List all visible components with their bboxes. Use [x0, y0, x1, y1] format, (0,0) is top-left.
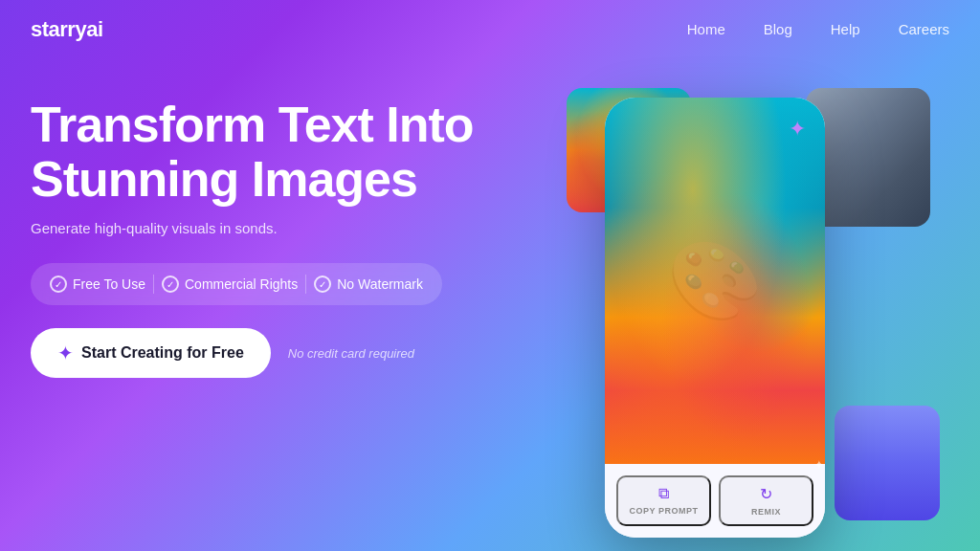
- copy-prompt-button[interactable]: ⧉ COPY PROMPT: [616, 475, 711, 526]
- cta-button-label: Start Creating for Free: [81, 344, 244, 362]
- hero-title-line1: Transform Text Into: [31, 97, 474, 152]
- check-icon-commercial: ✓: [162, 276, 179, 293]
- feature-divider-1: [153, 275, 154, 294]
- logo-text: starryai: [31, 17, 103, 41]
- check-icon-watermark: ✓: [314, 276, 331, 293]
- navbar: starryai Home Blog Help Careers: [0, 0, 980, 59]
- check-icon-free: ✓: [50, 276, 67, 293]
- nav-links: Home Blog Help Careers: [687, 21, 949, 38]
- feature-divider-2: [305, 275, 306, 294]
- plus-icon: ✦: [57, 342, 74, 364]
- phone-ai-image: [605, 98, 825, 464]
- nav-help[interactable]: Help: [831, 21, 860, 37]
- phone-action-bar: ⧉ COPY PROMPT ↻ REMIX: [605, 464, 825, 538]
- hero-right: ✦ ✦ ⧉ COPY PROMPT ↻ REMIX: [528, 78, 949, 549]
- nav-home[interactable]: Home: [687, 21, 725, 37]
- logo: starryai: [31, 17, 103, 42]
- nav-blog[interactable]: Blog: [764, 21, 792, 37]
- remix-icon: ↻: [760, 485, 772, 503]
- hero-title-line2: Stunning Images: [31, 151, 417, 207]
- nav-careers[interactable]: Careers: [899, 21, 949, 37]
- remix-button[interactable]: ↻ REMIX: [719, 475, 813, 526]
- feature-free-label: Free To Use: [73, 276, 145, 292]
- hero-section: Transform Text Into Stunning Images Gene…: [0, 59, 980, 549]
- hero-left: Transform Text Into Stunning Images Gene…: [31, 78, 528, 378]
- copy-prompt-label: COPY PROMPT: [630, 506, 699, 516]
- feature-commercial: ✓ Commercial Rights: [162, 276, 298, 293]
- start-creating-button[interactable]: ✦ Start Creating for Free: [31, 328, 271, 378]
- hero-subtitle: Generate high-quality visuals in sonds.: [31, 220, 528, 236]
- sparkle-icon: ✦: [789, 117, 806, 142]
- cta-row: ✦ Start Creating for Free No credit card…: [31, 328, 528, 378]
- remix-label: REMIX: [751, 507, 781, 517]
- blue-art: [835, 406, 940, 520]
- feature-watermark-label: No Watermark: [337, 276, 423, 292]
- features-pill: ✓ Free To Use ✓ Commercial Rights ✓ No W…: [31, 263, 442, 305]
- feature-watermark: ✓ No Watermark: [314, 276, 423, 293]
- hero-title: Transform Text Into Stunning Images: [31, 98, 528, 207]
- sparkle-sm-icon: ✦: [813, 457, 825, 473]
- bg-image-blue: [835, 406, 940, 520]
- feature-free: ✓ Free To Use: [50, 276, 145, 293]
- feature-commercial-label: Commercial Rights: [185, 276, 298, 292]
- phone-mockup: ⧉ COPY PROMPT ↻ REMIX: [605, 98, 825, 538]
- copy-icon: ⧉: [658, 485, 669, 502]
- no-credit-card-text: No credit card required: [288, 346, 414, 361]
